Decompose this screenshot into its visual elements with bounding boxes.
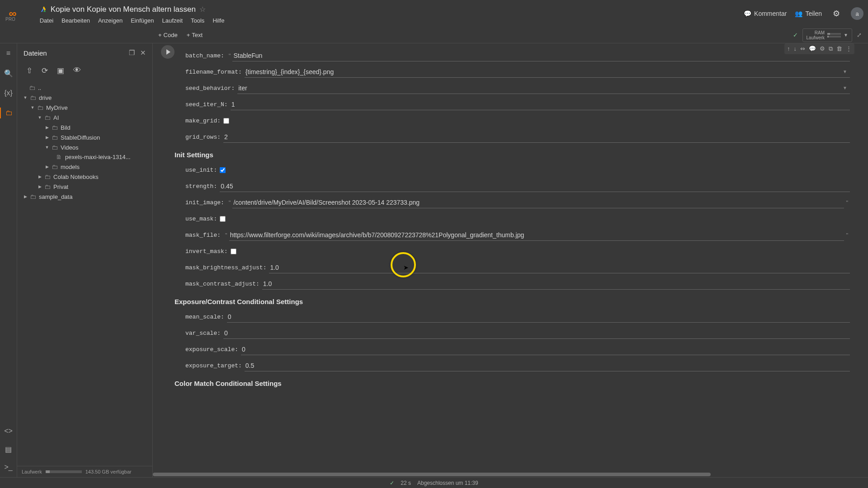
exposure-heading: Exposure/Contrast Conditional Settings [175,298,850,305]
toolbar: + Code + Text ✓ RAM Laufwerk ▼ ⤢ [0,27,868,43]
menu-icon[interactable]: ≡ [3,48,14,59]
menu-laufzeit[interactable]: Laufzeit [162,17,183,24]
var-scale-input[interactable] [223,328,850,339]
init-settings-heading: Init Settings [175,151,850,159]
menu-bar: Datei Bearbeiten Anzeigen Einfügen Laufz… [40,17,744,24]
mask-file-input[interactable] [229,230,844,241]
add-code-button[interactable]: + Code [154,30,182,40]
seed-iter-input[interactable] [231,99,850,110]
star-icon[interactable]: ☆ [199,5,206,14]
upload-icon[interactable]: ⇧ [26,66,33,75]
code-snippets-icon[interactable]: <> [3,426,14,436]
init-image-input[interactable] [232,197,844,208]
add-code-label: Code [164,32,178,38]
strength-input[interactable] [220,181,850,192]
filename-format-label: filename_format: [185,69,245,75]
form-cell: ↑ ↓ ⇔ 💬 ⚙ ⧉ 🗑 ⋮ batch_name:" filename_fo… [153,43,868,395]
share-button[interactable]: 👥Teilen [795,10,822,17]
document-title[interactable]: Kopie von Kopie von Mensch altern lassen [51,5,196,14]
use-mask-checkbox[interactable] [220,216,226,222]
menu-hilfe[interactable]: Hilfe [212,17,224,24]
link-icon[interactable]: ⇔ [800,45,805,52]
terminal-icon[interactable]: >_ [3,462,14,473]
search-icon[interactable]: 🔍 [3,68,14,79]
make-grid-label: make_grid: [185,117,223,124]
settings-icon[interactable]: ⚙ [830,7,843,20]
mean-scale-input[interactable] [227,311,850,323]
init-image-label: init_image: [185,199,227,206]
invert-mask-checkbox[interactable] [231,249,236,254]
seed-behavior-select[interactable] [237,83,843,94]
var-scale-label: var_scale: [185,330,223,337]
comment-cell-icon[interactable]: 💬 [809,45,816,52]
ram-indicator[interactable]: RAM Laufwerk ▼ [802,28,852,42]
make-grid-checkbox[interactable] [223,118,229,124]
tree-videos[interactable]: ▼🗀Videos [21,142,149,152]
cell-settings-icon[interactable]: ⚙ [820,45,825,52]
menu-datei[interactable]: Datei [40,17,53,24]
horizontal-scrollbar[interactable] [153,473,711,476]
disk-free: 143.50 GB verfügbar [85,469,132,474]
header-right: 💬Kommentar 👥Teilen ⚙ a [744,7,863,20]
mask-contrast-input[interactable] [262,278,850,290]
title-area: Kopie von Kopie von Mensch altern lassen… [40,4,744,24]
status-check-icon: ✓ [390,480,394,486]
more-icon[interactable]: ⋮ [846,45,852,52]
use-init-checkbox[interactable] [220,167,226,173]
chevron-down-icon[interactable]: ▼ [843,85,850,90]
comment-button[interactable]: 💬Kommentar [744,10,787,17]
command-palette-icon[interactable]: ▤ [3,444,14,455]
menu-einfuegen[interactable]: Einfügen [131,17,154,24]
tree-mydrive[interactable]: ▼🗀MyDrive [21,103,149,113]
menu-anzeigen[interactable]: Anzeigen [98,17,123,24]
chevron-down-icon[interactable]: ▼ [843,69,850,74]
tree-colab[interactable]: ▶🗀Colab Notebooks [21,172,149,182]
file-tree: 🗀.. ▼🗀drive ▼🗀MyDrive ▼🗀AI ▶🗀Bild ▶🗀Stab… [17,81,152,466]
batch-name-input[interactable] [232,50,850,61]
share-label: Teilen [805,10,822,17]
grid-rows-input[interactable] [223,131,850,143]
menu-tools[interactable]: Tools [191,17,204,24]
tree-models[interactable]: ▶🗀models [21,162,149,172]
pro-badge: PRO [5,17,15,22]
hide-icon[interactable]: 👁 [73,66,81,75]
tree-bild[interactable]: ▶🗀Bild [21,122,149,132]
colormatch-heading: Color Match Conditional Settings [175,380,850,387]
expand-icon[interactable]: ⤢ [857,32,862,38]
batch-name-label: batch_name: [185,52,227,59]
mirror-icon[interactable]: ⧉ [829,45,833,52]
tree-parent[interactable]: 🗀.. [21,83,149,93]
delete-cell-icon[interactable]: 🗑 [836,45,842,52]
add-text-button[interactable]: + Text [182,30,207,40]
close-sidebar-icon[interactable]: ✕ [140,49,146,57]
tree-drive[interactable]: ▼🗀drive [21,93,149,103]
mean-scale-label: mean_scale: [185,314,227,320]
files-icon[interactable]: 🗀 [0,108,17,118]
tree-pexels[interactable]: 🗎pexels-maxi-leiva-1314... [21,152,149,162]
avatar[interactable]: a [851,7,863,20]
run-cell-button[interactable] [161,45,175,59]
move-down-icon[interactable]: ↓ [794,45,797,52]
invert-mask-label: invert_mask: [185,248,231,255]
exposure-scale-input[interactable] [241,344,850,355]
variables-icon[interactable]: {x} [3,88,14,99]
tree-sample[interactable]: ▶🗀sample_data [21,192,149,202]
share-icon: 👥 [795,10,802,17]
sidebar-title: Dateien [24,49,47,57]
new-window-icon[interactable]: ❐ [129,49,135,57]
ram-label: RAM [807,30,825,35]
tree-ai[interactable]: ▼🗀AI [21,113,149,122]
refresh-icon[interactable]: ⟳ [42,66,48,75]
menu-bearbeiten[interactable]: Bearbeiten [61,17,90,24]
mount-drive-icon[interactable]: ▣ [57,66,64,75]
filename-format-select[interactable] [245,66,843,77]
tree-sd[interactable]: ▶🗀StableDiffusion [21,132,149,142]
ram-dropdown-icon[interactable]: ▼ [844,33,848,38]
mask-file-label: mask_file: [185,232,223,239]
exposure-target-input[interactable] [245,360,850,371]
mask-brightness-input[interactable] [269,262,850,273]
exposure-target-label: exposure_target: [185,362,245,369]
tree-privat[interactable]: ▶🗀Privat [21,182,149,192]
activity-rail: ≡ 🔍 {x} 🗀 <> ▤ >_ [0,43,17,477]
move-up-icon[interactable]: ↑ [787,45,790,52]
